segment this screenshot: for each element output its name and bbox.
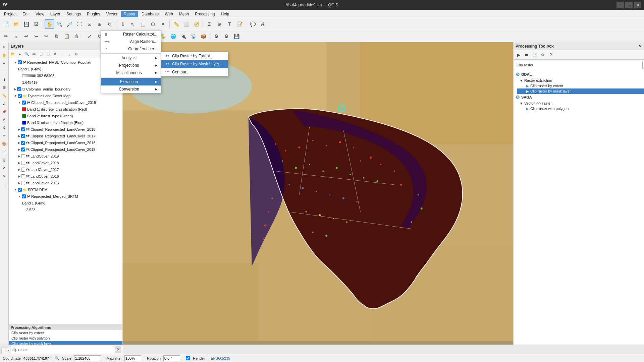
paste-features-btn[interactable]: 📋 (62, 32, 71, 41)
layer-land-2019[interactable]: ▶ 🗺 LandCover_2019 (9, 153, 122, 160)
land2019-checkbox[interactable] (21, 154, 25, 158)
digitize-tool[interactable]: ✏ (1, 132, 8, 139)
text-annotation-btn[interactable]: T (225, 19, 234, 29)
search-input-bottom[interactable] (10, 346, 114, 353)
layer-dynamic-land[interactable]: ▼ 📁 Dynamic Land Cover Map (9, 93, 122, 99)
zoom-layer-btn[interactable]: ⊡ (85, 19, 94, 29)
dd-miscellaneous[interactable]: Miscellaneous (101, 69, 161, 76)
save-edits-btn[interactable]: 💾 (232, 32, 241, 41)
menu-project[interactable]: Project (1, 11, 19, 17)
pan-tool[interactable]: ✋ (1, 52, 8, 59)
map-tips-btn[interactable]: 💬 (248, 19, 257, 29)
processing-btn[interactable]: ⚙ (212, 32, 221, 41)
measure-bearing-btn[interactable]: 🧭 (192, 19, 201, 29)
hrsl-checkbox[interactable] (18, 60, 22, 64)
move-down-btn[interactable]: ↓ (66, 51, 72, 58)
scale-input[interactable] (74, 355, 101, 361)
land2017-checkbox[interactable] (21, 168, 25, 172)
clip2018-checkbox[interactable] (21, 127, 25, 131)
menu-raster[interactable]: Raster (121, 11, 138, 17)
clip2015-checkbox[interactable] (21, 147, 25, 152)
node-tool-btn[interactable]: ⬦ (11, 32, 21, 41)
layer-srtm[interactable]: ▼ 📁 SRTM DEM (9, 186, 122, 193)
add-layer-btn[interactable]: + (16, 51, 23, 58)
expand-all-btn[interactable]: ⊞ (38, 51, 44, 58)
select-polygon-btn[interactable]: ⬡ (148, 19, 158, 29)
dd-conversion[interactable]: Conversion (101, 85, 161, 93)
move-feature-btn[interactable]: ⤢ (85, 32, 94, 41)
zoom-selection-btn[interactable]: ⊞ (95, 19, 104, 29)
layer-settings-btn[interactable]: ⚙ (73, 51, 79, 58)
admin-checkbox[interactable] (17, 87, 21, 91)
print-layout-btn[interactable]: 🖨 (258, 19, 267, 29)
pt-clip-mask[interactable]: ▶ Clip raster by mask layer (517, 88, 644, 94)
dd-projections[interactable]: Projections (101, 62, 161, 69)
layer-clip-2018[interactable]: ▶ 🗺 Clipped_Reprojected_LandCover_2018 (9, 126, 122, 133)
form-tool[interactable]: ⊞ (1, 84, 8, 91)
layer-clip-2019[interactable]: ▼ 🗺 Clipped_Reprojected_LandCover_2019 (9, 99, 122, 106)
sub-clip-mask[interactable]: ✂ Clip Raster by Mask Layer... (161, 60, 228, 68)
measure-tool[interactable]: 📏 (1, 92, 8, 99)
map-area[interactable] (123, 42, 513, 345)
gps-tool[interactable]: 📡 (1, 156, 8, 164)
zoom-full-btn[interactable]: ⛶ (75, 19, 84, 29)
save-project-btn[interactable]: 💾 (21, 19, 31, 29)
menu-help[interactable]: Help (218, 11, 232, 17)
raster-extraction-header[interactable]: ▼ Raster extraction (517, 78, 644, 83)
pt-stop-btn[interactable]: ⏹ (523, 51, 530, 59)
sub-contour[interactable]: 〰 Contour... (161, 68, 228, 76)
sub-clip-extent[interactable]: ✂ Clip Raster by Extent... (161, 52, 228, 60)
menu-mesh[interactable]: Mesh (176, 11, 192, 17)
remove-layer-btn[interactable]: ✕ (52, 51, 58, 58)
measure-area-btn[interactable]: ⬜ (181, 19, 191, 29)
algo-clip-extent[interactable]: Clip raster by extent (9, 330, 122, 336)
menu-edit[interactable]: Edit (20, 11, 32, 17)
saga-group-header[interactable]: ⚙ SAGA (514, 94, 644, 101)
zoom-scale-btn[interactable]: ⊕ (215, 19, 224, 29)
pt-close-btn[interactable]: ✕ (639, 44, 642, 49)
layer-clip-2015[interactable]: ▶ 🗺 Clipped_Reprojected_LandCover_2015 (9, 146, 122, 153)
measure-angle-tool[interactable]: ∠ (1, 100, 8, 107)
layer-clip-2017[interactable]: ▶ 🗺 Clipped_Reprojected_LandCover_2017 (9, 133, 122, 139)
zoom-out-tool[interactable]: - (1, 68, 8, 75)
open-layer-btn[interactable]: 📂 (9, 51, 16, 58)
zoom-out-btn[interactable]: 🔎 (65, 19, 74, 29)
zoom-in-btn[interactable]: 🔍 (55, 19, 64, 29)
merged-srtm-checkbox[interactable] (22, 194, 26, 198)
refresh-btn[interactable]: ↻ (105, 19, 114, 29)
save-as-btn[interactable]: 🖫 (32, 19, 41, 29)
measure-btn[interactable]: 📏 (171, 19, 181, 29)
deselect-btn[interactable]: ✕ (158, 19, 168, 29)
geom-checker-tool[interactable]: ✔ (1, 164, 8, 172)
magnifier-input[interactable] (124, 355, 141, 361)
pt-settings-btn[interactable]: ⚙ (539, 51, 546, 59)
pan-tool-btn[interactable]: ✋ (45, 19, 54, 29)
annotate-btn[interactable]: 📝 (235, 19, 244, 29)
redo-btn[interactable]: ↪ (32, 32, 41, 41)
clip2016-checkbox[interactable] (21, 141, 25, 145)
gdal-group-header[interactable]: ⚙ GDAL (514, 71, 644, 78)
identify-btn[interactable]: ℹ (118, 19, 127, 29)
rotation-input[interactable] (163, 355, 180, 361)
menu-view[interactable]: View (33, 11, 47, 17)
land2018-checkbox[interactable] (21, 161, 25, 165)
select-btn[interactable]: ↖ (128, 19, 138, 29)
layer-land-2016[interactable]: ▶ 🗺 LandCover_2016 (9, 173, 122, 180)
open-project-btn[interactable]: 📂 (11, 19, 21, 29)
geo-btn[interactable]: 🌐 (168, 32, 178, 41)
dd-raster-calculator[interactable]: ⊞ Raster Calculator... (101, 31, 161, 38)
dd-extraction[interactable]: Extraction (101, 78, 161, 85)
plugin2-btn[interactable]: 📡 (189, 32, 198, 41)
search-clear-btn[interactable]: ✕ (115, 346, 121, 353)
maximize-button[interactable]: □ (625, 2, 633, 8)
print-tool[interactable]: 🖨 (1, 124, 8, 131)
cut-features-btn[interactable]: ✂ (42, 32, 51, 41)
move-label-tool[interactable]: A (1, 116, 8, 123)
clip2017-checkbox[interactable] (21, 134, 25, 138)
summary-stats-btn[interactable]: Σ (205, 19, 214, 29)
plugin3-btn[interactable]: 📦 (199, 32, 208, 41)
undo-btn[interactable]: ↩ (21, 32, 31, 41)
plugin1-btn[interactable]: 🔌 (178, 32, 188, 41)
layer-land-2015[interactable]: ▶ 🗺 LandCover_2015 (9, 180, 122, 186)
processing2-btn[interactable]: ⚙ (222, 32, 231, 41)
